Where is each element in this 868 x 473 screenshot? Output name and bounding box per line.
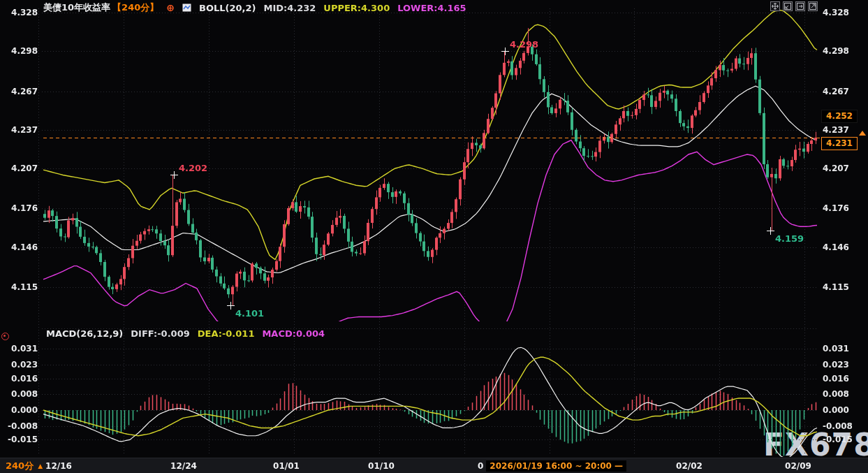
- time-tick-label: 12/24: [170, 461, 197, 471]
- time-tick-label: 02/02: [676, 461, 703, 471]
- time-axis-bar: 240分 ▲ 12/1612/2401/0101/1002/0202/09 0 …: [0, 458, 868, 473]
- window-layout-icon[interactable]: [783, 1, 793, 11]
- marked-price-box: 4.252: [821, 110, 858, 123]
- window-export-icon[interactable]: [808, 1, 818, 11]
- indicator-target-icon[interactable]: [1, 333, 9, 340]
- time-label-prefix: 0: [478, 461, 483, 471]
- interval-selector[interactable]: 240分 ▲: [6, 460, 43, 472]
- scroll-to-latest-icon[interactable]: [859, 131, 866, 136]
- interval-label: 240分: [6, 460, 34, 472]
- last-price-box: 4.231: [821, 137, 858, 150]
- chart-plot-area[interactable]: [0, 0, 868, 473]
- add-indicator-icon[interactable]: ⊕: [166, 2, 175, 13]
- selected-time-value: 2026/01/19 16:00 ~ 20:00 —: [486, 460, 626, 472]
- caret-up-icon: ▲: [38, 463, 43, 470]
- chart-toolbar: [770, 1, 818, 11]
- window-popout-icon[interactable]: [795, 1, 805, 11]
- trading-chart-window: FX678 美债10年收益率 【240分】 ⊕ BOLL(20,2) MID:4…: [0, 0, 868, 473]
- time-tick-label: 01/01: [273, 461, 300, 471]
- selected-time-label: 0 2026/01/19 16:00 ~ 20:00 —: [478, 460, 626, 472]
- time-tick-label: 12/16: [45, 461, 72, 471]
- time-tick-label: 02/09: [785, 461, 811, 471]
- pan-tool-icon[interactable]: [770, 1, 780, 11]
- time-tick-label: 01/10: [368, 461, 395, 471]
